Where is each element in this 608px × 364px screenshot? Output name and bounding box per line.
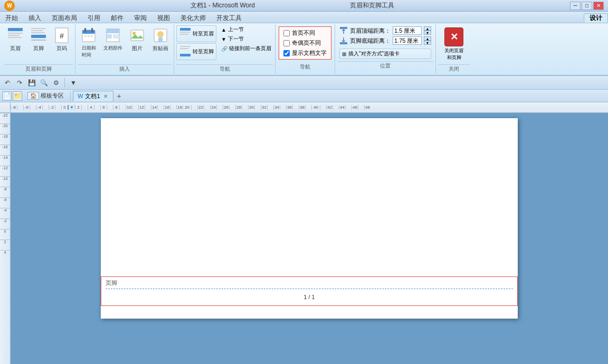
header-label: 页眉	[10, 45, 21, 52]
header-distance-spinner[interactable]: ▲ ▼	[424, 26, 431, 35]
prev-section-button[interactable]: ▲ 上一节	[220, 25, 273, 34]
footer-button[interactable]: 页脚	[27, 25, 50, 54]
picture-button[interactable]: 图片	[126, 25, 148, 54]
option-odd-even: 奇偶页不同	[283, 39, 327, 47]
option-show-text: 显示文档文字	[283, 49, 327, 57]
prev-section-label: 上一节	[228, 26, 244, 33]
odd-even-diff-checkbox[interactable]	[283, 40, 290, 46]
tab-references[interactable]: 引用	[82, 13, 106, 23]
options-box: 首页不同 奇偶页不同 显示文档文字	[279, 26, 331, 60]
link-icon: 🔗	[221, 46, 227, 52]
header-distance-icon	[339, 26, 348, 35]
tab-layout[interactable]: 页面布局	[46, 13, 82, 23]
new-document-button[interactable]: 📄	[2, 91, 12, 101]
doc-tab-doc1[interactable]: W 文档1 ✕	[73, 91, 113, 101]
tab-developer[interactable]: 开发工具	[211, 13, 247, 23]
svg-point-25	[157, 31, 164, 37]
save-button[interactable]: 💾	[26, 78, 37, 88]
clipart-icon	[152, 27, 169, 44]
section-label-insert: 插入	[78, 64, 172, 73]
tab-bar: 📄 📁 🏠 模板专区 W 文档1 ✕ +	[0, 90, 608, 102]
datetime-icon	[80, 27, 97, 44]
footer-down-btn[interactable]: ▼	[424, 41, 431, 45]
doc-tab-close-button[interactable]: ✕	[102, 93, 109, 99]
footer-content[interactable]: 1 / 1	[106, 291, 513, 303]
page-bottom-margin	[101, 306, 518, 317]
footer-distance-input[interactable]	[393, 36, 422, 45]
tab-beautify[interactable]: 美化大师	[175, 13, 211, 23]
title-bar-left: W	[4, 1, 15, 11]
svg-rect-28	[180, 32, 191, 33]
close-window-button[interactable]: ✕	[593, 2, 604, 10]
content-area: -22 -20 -18 -16 -14 -12 -10 -8 -6 -4 -2 …	[0, 113, 608, 364]
footer-section[interactable]: 页脚 1 / 1	[101, 276, 518, 306]
header-distance-label: 页眉顶端距离：	[350, 27, 391, 35]
goto-header-button[interactable]: 转至页眉	[176, 25, 216, 42]
section-label-hf: 页眉和页脚	[4, 64, 73, 73]
goto-footer-button[interactable]: 转至页脚	[176, 43, 216, 60]
tab-view[interactable]: 视图	[152, 13, 175, 23]
title-bar-controls[interactable]: ─ □ ✕	[570, 2, 604, 10]
home-icon: 🏠	[27, 92, 39, 100]
redo-button[interactable]: ↷	[14, 78, 25, 88]
header-up-btn[interactable]: ▲	[424, 26, 431, 31]
svg-rect-4	[31, 28, 46, 29]
ruler-area: -8 -6 -4 -2 0 ▾ 2 4 6 8	[0, 102, 608, 113]
tab-mailings[interactable]: 邮件	[106, 13, 129, 23]
minimize-button[interactable]: ─	[570, 2, 581, 10]
goto-header-icon	[179, 27, 192, 41]
section-label-navigate: 导航	[176, 64, 273, 73]
footer-distance-icon	[339, 36, 348, 45]
title-bar: W 文档1 - Microsoft Word 页眉和页脚工具 ─ □ ✕	[0, 0, 608, 12]
maximize-button[interactable]: □	[582, 2, 592, 10]
tab-home[interactable]: 开始	[0, 13, 23, 23]
ruler-corner	[0, 102, 11, 113]
close-header-footer-button[interactable]: ✕ 关闭页眉和页脚	[440, 25, 468, 63]
document-body[interactable]	[101, 118, 518, 276]
open-folder-button[interactable]: 📁	[13, 91, 22, 101]
svg-rect-32	[180, 54, 191, 56]
footer-label: 页脚	[106, 279, 513, 287]
ribbon-section-position: 页眉顶端距离： ▲ ▼ 页脚底端距离： ▲ ▼	[335, 24, 436, 74]
clipart-button[interactable]: 剪贴画	[149, 25, 172, 54]
datetime-button[interactable]: 日期和时间	[78, 25, 100, 60]
ruler-marks: -8 -6 -4 -2 0 ▾ 2 4 6 8	[11, 105, 608, 110]
next-section-button[interactable]: ▼ 下一节	[220, 35, 273, 43]
toolbar-customize[interactable]: ▼	[68, 78, 79, 88]
svg-rect-31	[180, 48, 188, 49]
show-doc-text-checkbox[interactable]	[283, 50, 290, 56]
document-scroll-area[interactable]: 页脚 1 / 1	[11, 113, 608, 364]
footer-distance-label: 页脚底端距离：	[350, 37, 391, 45]
header-icon	[7, 27, 24, 44]
docparts-button[interactable]: 文档部件	[101, 25, 125, 53]
first-page-diff-checkbox[interactable]	[283, 30, 290, 36]
close-label: 关闭页眉和页脚	[444, 47, 463, 61]
footer-distance-row: 页脚底端距离： ▲ ▼	[339, 36, 431, 45]
add-tab-button[interactable]: +	[115, 91, 124, 101]
office-logo: W	[4, 1, 15, 11]
footer-distance-spinner[interactable]: ▲ ▼	[424, 36, 431, 45]
svg-rect-8	[31, 40, 46, 41]
tab-design[interactable]: 设计	[584, 13, 608, 23]
svg-rect-1	[8, 33, 23, 34]
footer-up-btn[interactable]: ▲	[424, 36, 431, 41]
header-button[interactable]: 页眉	[4, 25, 26, 54]
show-doc-text-label: 显示文档文字	[292, 49, 327, 57]
tab-insert[interactable]: 插入	[23, 13, 46, 23]
horizontal-ruler: -8 -6 -4 -2 0 ▾ 2 4 6 8	[11, 102, 608, 113]
svg-point-23	[132, 32, 136, 35]
settings-button[interactable]: ⚙	[51, 78, 61, 88]
svg-rect-0	[8, 28, 23, 31]
svg-rect-19	[107, 29, 119, 33]
insert-align-button[interactable]: ⊞ 插入"对齐方式"选项卡	[339, 49, 431, 59]
undo-button[interactable]: ↶	[2, 78, 13, 88]
tab-review[interactable]: 审阅	[129, 13, 152, 23]
document-title: 文档1 - Microsoft Word	[191, 2, 255, 9]
ribbon-section-navigate: 转至页眉 转至页脚 ▲ 上一节	[174, 24, 276, 74]
header-distance-input[interactable]	[393, 26, 422, 35]
header-down-btn[interactable]: ▼	[424, 31, 431, 35]
link-previous-button[interactable]: 🔗 链接到前一条页眉	[220, 44, 273, 53]
page-number-button[interactable]: # 页码	[51, 25, 73, 54]
template-area-button[interactable]: 🏠 模板专区	[23, 91, 68, 101]
search-button[interactable]: 🔍	[39, 78, 49, 88]
